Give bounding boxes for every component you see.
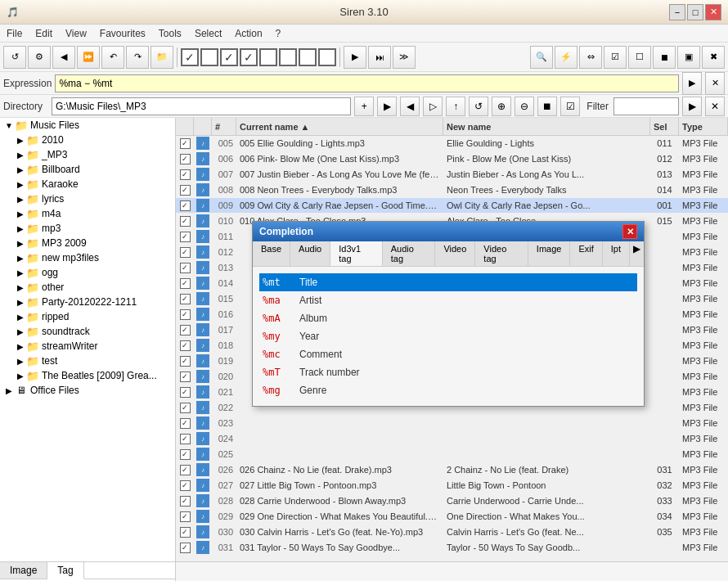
completion-name: Genre: [299, 385, 326, 396]
completion-code: %my: [263, 331, 299, 342]
completion-item-genre[interactable]: %mg Genre: [259, 381, 637, 399]
completion-code: %mA: [263, 313, 299, 324]
completion-item-year[interactable]: %my Year: [259, 327, 637, 345]
completion-item-artist[interactable]: %ma Artist: [259, 291, 637, 309]
dialog-scroll-right[interactable]: ▶: [630, 241, 644, 266]
completion-item-album[interactable]: %mA Album: [259, 309, 637, 327]
completion-code: %mc: [263, 349, 299, 360]
dialog-tab-exif[interactable]: Exif: [570, 241, 602, 266]
completion-code: %mT: [263, 367, 299, 378]
completion-name: Artist: [299, 295, 321, 306]
completion-name: Track number: [299, 367, 360, 378]
dialog-close-button[interactable]: ✕: [622, 224, 637, 239]
completion-item-tracknum[interactable]: %mT Track number: [259, 363, 637, 381]
dialog-tab-audio[interactable]: Audio: [290, 241, 330, 266]
dialog-tab-videotag[interactable]: Video tag: [475, 241, 528, 266]
completion-code: %mt: [263, 277, 299, 288]
dialog-body: %mt Title %ma Artist %mA Album %my Year …: [253, 267, 644, 406]
completion-name: Title: [299, 277, 317, 288]
dialog-tab-video[interactable]: Video: [435, 241, 475, 266]
dialog-tab-audiotag[interactable]: Audio tag: [383, 241, 436, 266]
dialog-tabs: Base Audio Id3v1 tag Audio tag Video Vid…: [253, 241, 644, 267]
completion-code: %ma: [263, 295, 299, 306]
completion-overlay: Completion ✕ Base Audio Id3v1 tag Audio …: [0, 0, 728, 581]
dialog-tab-id3v1[interactable]: Id3v1 tag: [330, 241, 383, 266]
completion-name: Year: [299, 331, 319, 342]
completion-name: Comment: [299, 349, 342, 360]
dialog-tab-image[interactable]: Image: [528, 241, 571, 266]
completion-item-title[interactable]: %mt Title: [259, 273, 637, 291]
dialog-tab-ipt[interactable]: Ipt: [603, 241, 630, 266]
completion-item-comment[interactable]: %mc Comment: [259, 345, 637, 363]
dialog-tab-base[interactable]: Base: [253, 241, 290, 266]
dialog-title: Completion: [259, 226, 313, 237]
completion-name: Album: [299, 313, 327, 324]
completion-code: %mg: [263, 385, 299, 396]
completion-dialog: Completion ✕ Base Audio Id3v1 tag Audio …: [252, 221, 645, 407]
dialog-titlebar: Completion ✕: [253, 222, 644, 241]
